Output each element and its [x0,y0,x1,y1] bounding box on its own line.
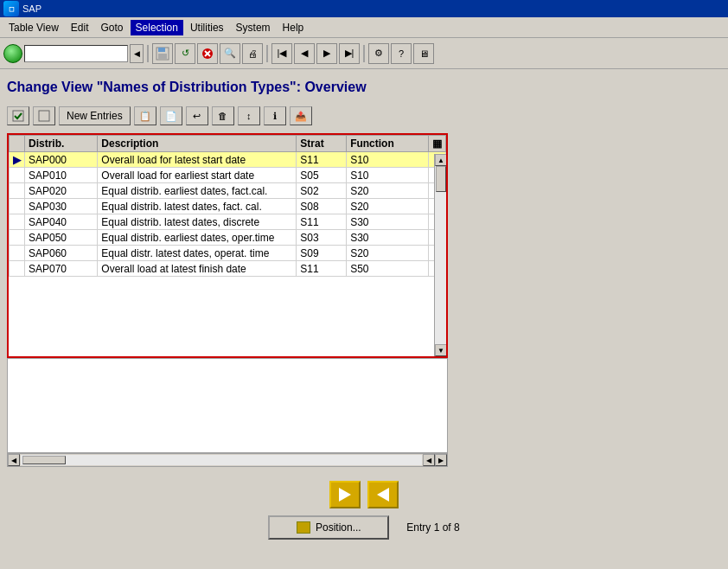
scroll-right-btn[interactable]: ▶ [435,454,447,466]
menu-utilities[interactable]: Utilities [185,20,229,35]
cell-strat: S09 [297,246,347,261]
cell-description: Equal distrib. earliest dates, fact.cal. [98,183,297,199]
command-input[interactable] [24,45,128,62]
cell-distrib: SAP020 [25,183,98,199]
col-icon-header[interactable]: ▦ [429,136,446,152]
title-bar-text: SAP [22,3,42,14]
position-btn-label: Position... [316,521,361,534]
table-row[interactable]: SAP070Overall load at latest finish date… [10,261,446,277]
cell-strat: S11 [297,152,347,168]
col-strat-header: Strat [297,136,347,152]
horizontal-scrollbar[interactable]: ◀ ◀ ▶ [7,453,448,467]
print-btn[interactable]: 🖨 [242,43,263,64]
cell-function: S20 [347,183,429,199]
sap-icon: ◻ [3,1,19,16]
table-row[interactable]: SAP020Equal distrib. earliest dates, fac… [10,183,446,199]
prev-page-btn[interactable] [329,481,361,508]
row-selector[interactable] [10,246,25,261]
help-btn[interactable]: ? [391,43,412,64]
paste-btn[interactable]: 📄 [160,106,182,125]
row-selector[interactable] [10,230,25,246]
row-selector[interactable] [10,199,25,214]
table-wrapper: Distrib. Description Strat Function ▦ ▶S… [9,135,446,356]
scroll-left-btn[interactable]: ◀ [8,454,20,466]
scroll-up-btn[interactable]: ▲ [435,154,447,166]
scroll-right-area-btn[interactable]: ◀ [423,454,435,466]
menu-goto[interactable]: Goto [96,20,129,35]
bottom-nav [7,481,721,508]
last-btn[interactable]: ▶| [339,43,360,64]
monitor-btn[interactable]: 🖥 [413,43,434,64]
scroll-thumb[interactable] [436,166,446,192]
select-all-btn[interactable] [7,106,29,125]
cell-distrib: SAP070 [25,261,98,277]
next-page-btn[interactable] [367,481,399,508]
info-btn[interactable]: ℹ [264,106,286,125]
cell-strat: S02 [297,183,347,199]
svg-marker-8 [339,488,351,502]
next-btn[interactable]: ▶ [316,43,337,64]
row-selector[interactable] [10,183,25,199]
cell-function: S20 [347,199,429,214]
row-selector[interactable] [10,214,25,230]
table-row[interactable]: SAP030Equal distrib. latest dates, fact.… [10,199,446,214]
toolbar-sep-2 [266,45,268,62]
cell-function: S10 [347,168,429,183]
cell-strat: S08 [297,199,347,214]
scroll-down-btn[interactable]: ▼ [435,344,447,356]
vertical-scrollbar[interactable]: ▲ ▼ [434,154,446,356]
settings-btn[interactable]: ⚙ [368,43,389,64]
prev-btn[interactable]: ◀ [294,43,315,64]
h-scroll-track[interactable] [21,455,422,465]
menu-edit[interactable]: Edit [66,20,94,35]
table-row[interactable]: SAP040Equal distrib. latest dates, discr… [10,214,446,230]
row-selector[interactable] [10,168,25,183]
menu-bar: Table View Edit Goto Selection Utilities… [0,17,728,38]
cell-strat: S11 [297,214,347,230]
delete-btn[interactable]: 🗑 [212,106,234,125]
table-row[interactable]: SAP050Equal distrib. earliest dates, ope… [10,230,446,246]
cell-function: S30 [347,214,429,230]
first-btn[interactable]: |◀ [271,43,292,64]
cancel-btn[interactable] [197,43,218,64]
table-row[interactable]: SAP010Overall load for earliest start da… [10,168,446,183]
svg-rect-6 [13,111,23,121]
cell-distrib: SAP030 [25,199,98,214]
svg-rect-2 [158,54,167,59]
menu-table-view[interactable]: Table View [3,20,64,35]
main-table-container: Distrib. Description Strat Function ▦ ▶S… [7,133,448,358]
h-scroll-thumb[interactable] [22,456,66,464]
save-btn[interactable] [152,43,173,64]
nav-back-btn[interactable]: ◀ [130,44,144,63]
second-toolbar: New Entries 📋 📄 ↩ 🗑 ↕ ℹ 📤 [7,104,721,128]
cell-description: Equal distrib. latest dates, discrete [98,214,297,230]
cell-strat: S05 [297,168,347,183]
table-row[interactable]: ▶SAP000Overall load for latest start dat… [10,152,446,168]
page-title: Change View "Names of Distribution Types… [7,76,721,99]
cell-function: S50 [347,261,429,277]
cell-distrib: SAP040 [25,214,98,230]
position-button[interactable]: Position... [268,515,389,540]
new-entries-button[interactable]: New Entries [59,106,131,125]
menu-system[interactable]: System [231,20,276,35]
col-distrib-header: Distrib. [25,136,98,152]
svg-rect-1 [158,48,165,52]
refresh-btn[interactable]: ↺ [175,43,195,64]
undo-btn[interactable]: ↩ [186,106,208,125]
deselect-btn[interactable] [33,106,55,125]
row-selector[interactable]: ▶ [10,152,25,168]
find-btn[interactable]: 🔍 [220,43,240,64]
status-indicator [3,44,22,63]
move-btn[interactable]: ↕ [238,106,260,125]
copy-btn[interactable]: 📋 [134,106,156,125]
menu-help[interactable]: Help [278,20,310,35]
export-btn[interactable]: 📤 [290,106,312,125]
row-selector[interactable] [10,261,25,277]
cell-distrib: SAP050 [25,230,98,246]
menu-selection[interactable]: Selection [131,20,183,35]
scroll-track[interactable] [435,166,446,344]
table-row[interactable]: SAP060Equal distr. latest dates, operat.… [10,246,446,261]
position-row: Position... Entry 1 of 8 [7,515,721,540]
cell-description: Overall load for earliest start date [98,168,297,183]
title-bar: ◻ SAP [0,0,728,17]
